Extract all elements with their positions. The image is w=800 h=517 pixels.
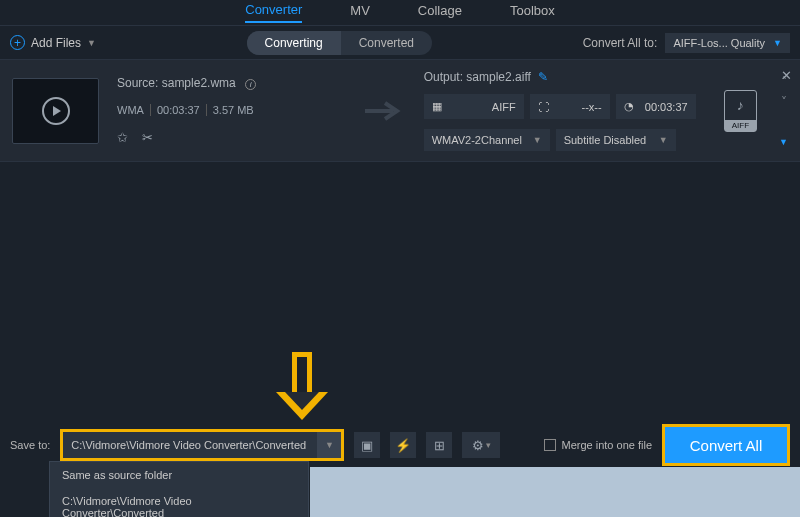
thumbnail[interactable] <box>12 78 99 144</box>
saveto-highlight: C:\Vidmore\Vidmore Video Converter\Conve… <box>60 429 344 461</box>
music-note-icon: ♪ <box>737 97 744 113</box>
plus-icon: + <box>10 35 25 50</box>
source-filename: sample2.wma <box>162 76 236 90</box>
output-dimensions: --x-- <box>582 101 602 113</box>
output-dimensions-chip[interactable]: ⛶--x-- <box>530 94 610 119</box>
tab-converter[interactable]: Converter <box>245 2 302 23</box>
file-item: ✕ Source: sample2.wma i WMA00:03:373.57 … <box>0 60 800 162</box>
tab-mv[interactable]: MV <box>350 3 370 22</box>
subtitle-select-value: Subtitle Disabled <box>564 134 647 146</box>
convert-all-to-dropdown[interactable]: AIFF-Los... Quality ▼ <box>665 33 790 53</box>
add-files-button[interactable]: + Add Files ▼ <box>10 35 96 50</box>
convert-all-to-label: Convert All to: <box>583 36 658 50</box>
top-toolbar: + Add Files ▼ Converting Converted Conve… <box>0 26 800 60</box>
saveto-caret[interactable]: ▼ <box>317 432 341 458</box>
main-tabs: Converter MV Collage Toolbox <box>0 0 800 26</box>
audio-select[interactable]: WMAV2-2Channel▼ <box>424 129 550 151</box>
add-files-label: Add Files <box>31 36 81 50</box>
output-line: Output: sample2.aiff ✎ <box>424 70 696 84</box>
format-caret-icon[interactable]: ▼ <box>779 137 788 147</box>
caret-down-icon: ▼ <box>87 38 96 48</box>
open-folder-button[interactable]: ▣ <box>354 432 380 458</box>
output-label: Output: <box>424 70 463 84</box>
saveto-menu: Same as source folder C:\Vidmore\Vidmore… <box>49 461 309 517</box>
format-badge[interactable]: ♪ AIFF <box>724 90 757 132</box>
hardware-button[interactable]: ⊞ <box>426 432 452 458</box>
speed-button[interactable]: ⚡ <box>390 432 416 458</box>
caret-down-icon: ▾ <box>486 440 491 450</box>
convert-all-to: Convert All to: AIFF-Los... Quality ▼ <box>583 33 790 53</box>
menu-path[interactable]: C:\Vidmore\Vidmore Video Converter\Conve… <box>50 488 308 517</box>
chevron-down-icon[interactable]: ˅ <box>781 95 787 109</box>
saveto-label: Save to: <box>10 439 50 451</box>
side-controls: ˄ ˅ ▼ <box>779 75 788 147</box>
source-size: 3.57 MB <box>207 104 260 116</box>
play-icon <box>42 97 70 125</box>
audio-select-value: WMAV2-2Channel <box>432 134 522 146</box>
source-label: Source: <box>117 76 158 90</box>
star-icon[interactable]: ✩ <box>117 130 128 145</box>
status-segment: Converting Converted <box>247 31 432 55</box>
source-meta: WMA00:03:373.57 MB <box>117 104 347 116</box>
convert-all-to-value: AIFF-Los... Quality <box>673 37 765 49</box>
background-strip <box>310 467 800 517</box>
source-column: Source: sample2.wma i WMA00:03:373.57 MB… <box>117 76 347 145</box>
caret-down-icon: ▼ <box>773 38 782 48</box>
caret-down-icon: ▼ <box>325 440 334 450</box>
settings-button[interactable]: ⚙▾ <box>462 432 500 458</box>
source-duration: 00:03:37 <box>151 104 207 116</box>
tab-toolbox[interactable]: Toolbox <box>510 3 555 22</box>
source-format: WMA <box>117 104 151 116</box>
info-icon[interactable]: i <box>245 79 256 90</box>
output-format: AIFF <box>492 101 516 113</box>
annotation-arrow <box>276 352 328 424</box>
convert-all-highlight: Convert All <box>662 424 790 466</box>
output-duration-chip[interactable]: ◔00:03:37 <box>616 94 696 119</box>
saveto-path: C:\Vidmore\Vidmore Video Converter\Conve… <box>71 439 306 451</box>
format-badge-label: AIFF <box>725 120 756 131</box>
checkbox-icon <box>544 439 556 451</box>
segment-converted[interactable]: Converted <box>341 31 432 55</box>
edit-icon[interactable]: ✎ <box>538 70 548 84</box>
output-duration: 00:03:37 <box>645 101 688 113</box>
output-format-chip[interactable]: ▦AIFF <box>424 94 524 119</box>
caret-down-icon: ▼ <box>533 135 542 145</box>
caret-down-icon: ▼ <box>659 135 668 145</box>
close-icon[interactable]: ✕ <box>781 68 792 83</box>
saveto-dropdown[interactable]: C:\Vidmore\Vidmore Video Converter\Conve… <box>63 432 317 458</box>
cut-icon[interactable]: ✂ <box>142 130 153 145</box>
convert-all-button[interactable]: Convert All <box>665 427 787 463</box>
source-tools: ✩ ✂ <box>117 130 347 145</box>
output-selects: WMAV2-2Channel▼ Subtitle Disabled▼ <box>424 129 696 151</box>
arrow-right-icon <box>365 100 406 122</box>
subtitle-select[interactable]: Subtitle Disabled▼ <box>556 129 676 151</box>
tab-collage[interactable]: Collage <box>418 3 462 22</box>
output-filename: sample2.aiff <box>466 70 530 84</box>
output-column: Output: sample2.aiff ✎ ▦AIFF ⛶--x-- ◔00:… <box>424 70 696 151</box>
source-line: Source: sample2.wma i <box>117 76 347 90</box>
segment-converting[interactable]: Converting <box>247 31 341 55</box>
merge-checkbox[interactable]: Merge into one file <box>544 439 653 451</box>
merge-label: Merge into one file <box>562 439 653 451</box>
output-chips: ▦AIFF ⛶--x-- ◔00:03:37 <box>424 94 696 119</box>
menu-same-source[interactable]: Same as source folder <box>50 462 308 488</box>
bottom-row: Save to: C:\Vidmore\Vidmore Video Conver… <box>0 425 800 465</box>
